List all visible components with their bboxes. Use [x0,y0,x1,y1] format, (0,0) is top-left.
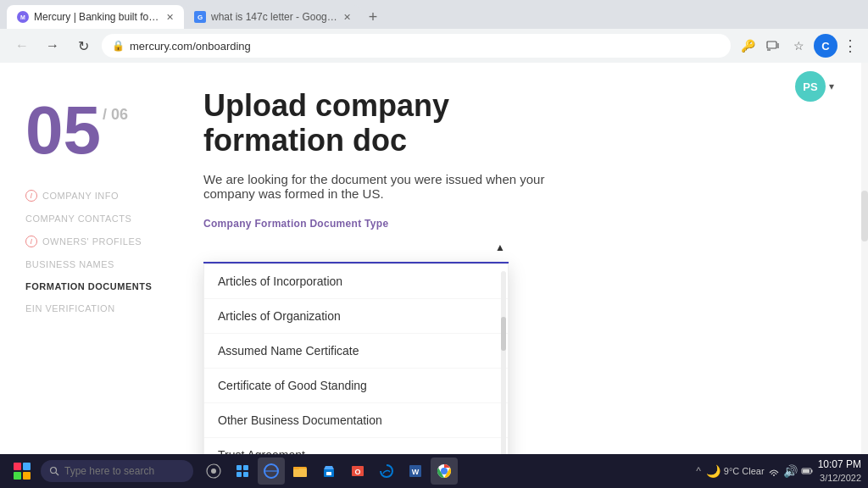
warning-icon-owners: i [25,236,37,247]
page-subtitle: We are looking for the document you were… [203,172,559,201]
page-scrollbar-thumb[interactable] [861,191,868,241]
taskbar-edge-icon[interactable] [373,458,400,485]
taskbar-store-icon[interactable] [315,458,342,485]
tab-mercury[interactable]: M Mercury | Banking built for start... ✕ [7,5,184,29]
svg-text:O: O [354,468,360,476]
profile-button[interactable]: C [814,34,837,58]
avatar-dropdown-icon[interactable]: ▾ [829,80,834,92]
new-tab-button[interactable]: + [361,5,385,29]
weather-text: 9°C Clear [724,466,765,476]
svg-line-4 [56,473,58,475]
sidebar-label-ein-verification: EIN VERIFICATION [25,303,115,313]
tab-favicon-mercury: M [17,11,29,23]
dropdown-option-certificate-good-standing[interactable]: Certificate of Good Standing [204,369,508,403]
forward-button[interactable]: → [41,34,64,58]
svg-text:W: W [412,468,420,476]
tab-close-google[interactable]: ✕ [343,12,351,23]
svg-point-3 [51,468,57,474]
tab-bar: M Mercury | Banking built for start... ✕… [0,0,868,29]
avatar[interactable]: PS [795,71,826,102]
taskbar-word-icon[interactable]: W [402,458,429,485]
star-icon[interactable]: ☆ [788,36,809,56]
taskbar-browser-icon[interactable] [258,458,285,485]
tray-overflow[interactable]: ^ [696,465,701,477]
taskbar-widget[interactable] [229,458,256,485]
address-text: mercury.com/onboarding [130,40,251,53]
svg-rect-8 [243,465,248,470]
svg-rect-28 [811,470,813,473]
dropdown-option-articles-incorporation[interactable]: Articles of Incorporation [204,264,508,299]
step-total: / 06 [103,107,128,122]
taskbar-chrome-icon[interactable] [431,458,458,485]
svg-rect-10 [243,472,248,477]
svg-rect-17 [326,472,331,475]
sidebar-label-owners-profiles: OWNERS' PROFILES [42,236,142,247]
dropdown-option-articles-organization[interactable]: Articles of Organization [204,299,508,334]
sidebar-label-formation-documents: FORMATION DOCUMENTS [25,281,152,291]
clock-date: 3/12/2022 [818,472,861,485]
svg-rect-2 [767,42,776,48]
step-current: 05 [25,97,101,164]
page-scrollbar[interactable] [861,63,868,488]
user-avatar-container[interactable]: PS ▾ [795,71,834,102]
clock-time: 10:07 PM [818,458,861,472]
taskbar-office-icon[interactable]: O [344,458,371,485]
sidebar-item-ein-verification[interactable]: EIN VERIFICATION [25,303,153,313]
address-bar-row: ← → ↻ 🔒 mercury.com/onboarding 🔑 ☆ C ⋮ [0,29,868,63]
datetime[interactable]: 10:07 PM 3/12/2022 [818,458,861,485]
dropdown-option-other-business[interactable]: Other Business Documentation [204,403,508,438]
svg-point-6 [211,469,216,474]
tab-favicon-google: G [194,11,206,23]
dropdown-arrow-icon: ▲ [495,241,505,253]
sidebar: 05 / 06 i COMPANY INFO COMPANY CONTACTS … [0,63,170,488]
sidebar-label-company-info: COMPANY INFO [42,191,119,201]
reload-button[interactable]: ↻ [71,34,95,58]
sidebar-item-formation-documents[interactable]: FORMATION DOCUMENTS [25,281,153,291]
cast-icon[interactable] [763,36,783,56]
windows-icon [14,463,31,480]
warning-icon-company-info: i [25,190,37,202]
key-icon[interactable]: 🔑 [737,36,758,56]
back-button[interactable]: ← [10,34,34,58]
taskbar: O W ^ 🌙 9°C Clear 🔊 10:07 PM 3/12/202 [0,454,868,488]
sidebar-item-business-names[interactable]: BUSINESS NAMES [25,259,153,269]
speaker-icon[interactable]: 🔊 [783,464,798,478]
step-counter: 05 / 06 [25,97,153,164]
taskbar-search[interactable] [41,460,193,482]
page-title-line2: formation doc [203,123,817,158]
taskbar-tray: ^ 🌙 9°C Clear 🔊 10:07 PM 3/12/2022 [696,458,861,485]
sidebar-item-company-contacts[interactable]: COMPANY CONTACTS [25,214,153,224]
svg-point-24 [442,469,447,474]
select-trigger[interactable]: ▲ [203,233,509,263]
moon-icon: 🌙 [706,464,721,478]
svg-rect-7 [236,465,242,470]
nav-links: i COMPANY INFO COMPANY CONTACTS i OWNERS… [25,190,153,313]
svg-rect-14 [293,469,307,477]
start-button[interactable] [7,459,37,483]
tab-title-mercury: Mercury | Banking built for start... [34,11,161,23]
taskbar-search-input[interactable] [64,465,175,477]
network-icon[interactable] [768,464,780,479]
dropdown-option-assumed-name[interactable]: Assumed Name Certificate [204,334,508,369]
svg-point-25 [773,474,775,476]
sidebar-label-company-contacts: COMPANY CONTACTS [25,214,131,224]
taskbar-icons: O W [200,458,458,485]
page-content: 05 / 06 i COMPANY INFO COMPANY CONTACTS … [0,63,868,488]
tab-close-mercury[interactable]: ✕ [166,12,174,23]
tab-google[interactable]: G what is 147c letter - Google Sea... ✕ [184,5,361,29]
sidebar-item-company-info[interactable]: i COMPANY INFO [25,190,153,202]
taskbar-explorer-icon[interactable] [287,458,314,485]
svg-text:M: M [20,14,25,20]
taskbar-task-view[interactable] [200,458,227,485]
tray-icons: 🌙 9°C Clear 🔊 [706,464,813,479]
sidebar-item-owners-profiles[interactable]: i OWNERS' PROFILES [25,236,153,247]
svg-rect-15 [293,467,299,469]
field-label: Company Formation Document Type [203,218,817,230]
select-container: ▲ Articles of Incorporation Articles of … [203,233,509,263]
main-content: PS ▾ Upload company formation doc We are… [170,63,868,488]
battery-icon[interactable] [801,464,813,478]
svg-rect-27 [803,469,810,473]
address-bar[interactable]: 🔒 mercury.com/onboarding [102,34,731,58]
dropdown-scrollbar-thumb[interactable] [501,317,506,351]
menu-button[interactable]: ⋮ [843,36,858,55]
